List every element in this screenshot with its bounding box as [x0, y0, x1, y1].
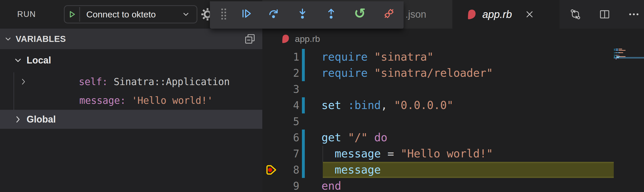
tab-json-label: .json [405, 9, 426, 20]
line-number[interactable]: 6 [262, 130, 299, 146]
disconnect-button[interactable] [383, 8, 395, 20]
code-text: get "/" do [321, 130, 387, 146]
ruby-file-icon [281, 34, 290, 44]
scope-global[interactable]: Global [0, 110, 262, 129]
debug-current-line-breakpoint-icon[interactable] [265, 164, 277, 176]
start-debug-icon[interactable] [68, 10, 76, 18]
line-number[interactable]: 5 [262, 113, 299, 130]
tree-indent-guide [14, 72, 14, 110]
chevron-down-icon[interactable] [182, 10, 190, 18]
breadcrumb-filename: app.rb [295, 34, 320, 44]
code-editor: app.rb 1require "sinatra"2require "sinat… [262, 29, 644, 192]
code-text: set :bind, "0.0.0.0" [321, 97, 453, 113]
line-number[interactable]: 4 [262, 97, 299, 113]
modified-line-gutter-bar[interactable] [302, 65, 305, 81]
chevron-right-icon[interactable] [14, 115, 22, 124]
chevron-down-icon[interactable] [4, 35, 12, 43]
split-editor-icon[interactable] [599, 8, 611, 20]
variable-value: 'Hello world!' [132, 95, 213, 106]
restart-button[interactable]: ↺ [354, 8, 366, 20]
code-line[interactable]: 9end [262, 178, 644, 192]
modified-line-gutter-bar[interactable] [302, 49, 305, 65]
code-line[interactable]: 4set :bind, "0.0.0.0" [262, 97, 644, 113]
ruby-file-icon [467, 8, 477, 20]
minimap-line [614, 58, 644, 60]
debug-toolbar: ↺ [210, 1, 404, 29]
variable-name: message: [79, 95, 131, 106]
step-into-button[interactable] [296, 8, 308, 20]
code-text: message [321, 162, 381, 178]
modified-line-gutter-bar[interactable] [302, 162, 305, 178]
line-number[interactable]: 1 [262, 49, 299, 65]
code-line[interactable]: 2require "sinatra/reloader" [262, 65, 644, 81]
minimap[interactable] [614, 48, 644, 69]
code-text: require "sinatra" [321, 49, 434, 65]
line-number[interactable]: 9 [262, 178, 299, 192]
variable-row-message[interactable]: message: 'Hello world!' [0, 91, 262, 110]
code-text: end [321, 178, 341, 192]
open-changes-icon[interactable] [569, 8, 581, 20]
tab-app-rb[interactable]: app.rb [452, 0, 560, 29]
code-line[interactable]: 1require "sinatra" [262, 49, 644, 65]
modified-line-gutter-bar[interactable] [302, 146, 305, 162]
vscode-debug-window: RUN Connect to okteto [0, 0, 644, 192]
step-out-button[interactable] [325, 8, 337, 20]
more-actions-icon[interactable] [628, 8, 640, 20]
line-number[interactable]: 7 [262, 146, 299, 162]
tab-app-rb-label: app.rb [482, 9, 512, 20]
variables-section-header[interactable]: VARIABLES [0, 29, 262, 49]
breadcrumb[interactable]: app.rb [262, 29, 320, 49]
editor-title-actions [560, 0, 644, 29]
code-line[interactable]: 7 message = "Hello world!" [262, 146, 644, 162]
scope-global-label: Global [27, 114, 56, 125]
code-line[interactable]: 8 message [262, 162, 644, 178]
chevron-right-icon[interactable] [19, 78, 28, 86]
step-over-button[interactable] [268, 8, 280, 20]
scope-local-label: Local [27, 55, 51, 66]
code-area[interactable]: 1require "sinatra"2require "sinatra/relo… [262, 49, 644, 192]
run-panel-title: RUN [17, 0, 36, 29]
line-number[interactable]: 3 [262, 81, 299, 97]
variables-title: VARIABLES [16, 34, 66, 44]
code-line[interactable]: 6get "/" do [262, 130, 644, 146]
close-icon[interactable] [523, 8, 536, 21]
continue-button[interactable] [240, 8, 252, 20]
dropdown-divider [79, 7, 80, 22]
line-number[interactable]: 2 [262, 65, 299, 81]
collapse-all-icon[interactable] [244, 33, 256, 45]
drag-handle-icon[interactable] [218, 8, 230, 20]
code-text: message = "Hello world!" [321, 146, 493, 162]
launch-config-label: Connect to okteto [86, 9, 182, 20]
modified-line-gutter-bar[interactable] [302, 97, 305, 113]
code-line[interactable]: 3 [262, 81, 644, 97]
code-text: require "sinatra/reloader" [321, 65, 493, 81]
variables-panel: VARIABLES Local self: Sinatra::Applicati… [0, 29, 262, 192]
chevron-down-icon[interactable] [14, 56, 22, 65]
modified-line-gutter-bar[interactable] [302, 130, 305, 146]
code-line[interactable]: 5 [262, 113, 644, 130]
launch-config-dropdown[interactable]: Connect to okteto [64, 5, 197, 23]
